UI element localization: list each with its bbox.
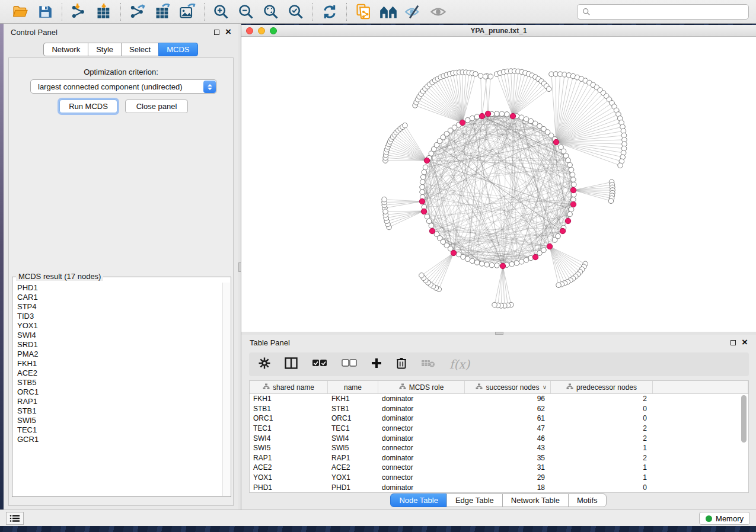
table-row[interactable]: PHD1PHD1dominator 180 — [250, 482, 748, 492]
column-header-shared-name[interactable]: shared name — [250, 381, 328, 393]
float-table-panel-icon[interactable] — [731, 340, 736, 345]
table-row[interactable]: STB1STB1dominator 620 — [250, 404, 748, 414]
control-panel-tabs: NetworkStyleSelectMCDS — [4, 43, 238, 56]
function-builder-button[interactable]: f(x) — [449, 357, 470, 371]
tab-network-table[interactable]: Network Table — [502, 493, 569, 507]
refresh-button[interactable] — [319, 2, 340, 21]
optimization-criterion-select[interactable]: largest connected component (undirected) — [30, 79, 217, 94]
mcds-result-item[interactable]: GCR1 — [17, 435, 221, 444]
tab-node-table[interactable]: Node Table — [390, 493, 447, 507]
zoom-out-button[interactable] — [235, 2, 257, 21]
add-column-button[interactable] — [371, 358, 382, 371]
list-icon — [9, 514, 20, 523]
zoom-fit-button[interactable] — [260, 2, 282, 21]
delete-column-button[interactable] — [396, 357, 407, 371]
mcds-result-item[interactable]: SWI4 — [17, 331, 221, 340]
network-window-titlebar[interactable]: YPA_prune.txt_1 — [241, 25, 756, 37]
float-panel-icon[interactable] — [214, 30, 219, 35]
mcds-result-item[interactable]: YOX1 — [17, 321, 221, 331]
toolbar-group — [206, 2, 311, 21]
tab-edge-table[interactable]: Edge Table — [446, 493, 503, 507]
tab-style[interactable]: Style — [88, 43, 122, 56]
tab-select[interactable]: Select — [121, 43, 159, 56]
table-row[interactable]: SWI5SWI5connector 431 — [250, 443, 748, 453]
run-mcds-button[interactable]: Run MCDS — [59, 100, 117, 113]
tab-motifs[interactable]: Motifs — [568, 493, 607, 507]
mcds-result-item[interactable]: TEC1 — [17, 425, 221, 435]
close-panel-icon[interactable]: × — [225, 29, 231, 35]
node-table[interactable]: shared namenameMCDS rolesuccessor nodes∨… — [249, 380, 749, 493]
mcds-result-item[interactable]: PHD1 — [17, 283, 221, 293]
zoom-selected-button[interactable] — [285, 2, 307, 21]
mcds-result-item[interactable]: STB1 — [17, 406, 221, 416]
gear-icon — [259, 357, 270, 371]
show-all-button[interactable] — [428, 2, 449, 21]
tab-network[interactable]: Network — [43, 43, 88, 56]
mcds-result-item[interactable]: SRD1 — [17, 340, 221, 350]
export-table-button[interactable] — [152, 2, 173, 21]
mcds-result-item[interactable]: TID3 — [17, 312, 221, 321]
split-panel-button[interactable] — [285, 357, 298, 371]
toolbar-separator — [120, 3, 121, 21]
export-image-button[interactable] — [177, 2, 198, 21]
search-input[interactable] — [594, 8, 744, 17]
delete-table-button[interactable] — [421, 358, 435, 370]
column-header-name[interactable]: name — [328, 381, 378, 393]
deselect-all-button[interactable] — [342, 359, 357, 370]
first-neighbors-button[interactable] — [378, 2, 399, 21]
table-scrollbar-thumb[interactable] — [741, 395, 747, 443]
table-scrollbar[interactable] — [741, 395, 747, 491]
mcds-result-item[interactable]: FKH1 — [17, 359, 221, 368]
column-header-MCDS-role[interactable]: MCDS role — [378, 381, 465, 393]
control-panel: Control Panel × NetworkStyleSelectMCDS O… — [4, 24, 238, 509]
mcds-result-scrollbar[interactable] — [222, 283, 230, 496]
table-column-icon — [263, 383, 270, 392]
tab-mcds[interactable]: MCDS — [158, 43, 197, 56]
duplicate-network-button[interactable] — [353, 2, 374, 21]
table-row[interactable]: YOX1YOX1connector 291 — [250, 473, 748, 483]
table-row[interactable]: SWI4SWI4dominator 462 — [250, 433, 748, 443]
mcds-result-item[interactable]: PMA2 — [17, 350, 221, 359]
mcds-result-item[interactable]: SWI5 — [17, 416, 221, 425]
table-toolbar: f(x) — [249, 352, 749, 376]
table-row[interactable]: ACE2ACE2connector 311 — [250, 463, 748, 473]
save-session-button[interactable] — [34, 2, 56, 21]
zoom-fit-icon — [263, 4, 279, 20]
mcds-result-item[interactable]: ACE2 — [17, 368, 221, 378]
table-panel-title: Table Panel — [250, 338, 290, 347]
import-table-button[interactable] — [93, 2, 114, 21]
gear-button[interactable] — [259, 357, 270, 371]
mcds-result-item[interactable]: STB5 — [17, 378, 221, 387]
table-row[interactable]: FKH1FKH1dominator 962 — [250, 394, 748, 404]
open-file-button[interactable] — [9, 2, 31, 21]
table-row[interactable]: ORC1ORC1dominator 610 — [250, 414, 748, 424]
close-panel-button[interactable]: Close panel — [125, 100, 188, 113]
open-file-icon — [12, 4, 28, 20]
mcds-result-list[interactable]: PHD1CAR1STP4TID3YOX1SWI4SRD1PMA2FKH1ACE2… — [14, 283, 221, 495]
mcds-result-item[interactable]: RAP1 — [17, 397, 221, 406]
network-canvas[interactable] — [241, 37, 756, 332]
refresh-icon — [321, 4, 338, 20]
hide-selected-button[interactable] — [403, 2, 424, 21]
mcds-result-item[interactable]: CAR1 — [17, 293, 221, 302]
mcds-result-item[interactable]: STP4 — [17, 302, 221, 312]
column-header-successor-nodes[interactable]: successor nodes∨ — [465, 381, 551, 393]
select-all-button[interactable] — [312, 359, 327, 370]
toolbar-group — [314, 2, 345, 21]
toolbar-group — [348, 2, 454, 21]
close-table-panel-icon[interactable]: × — [742, 339, 748, 345]
column-header-predecessor-nodes[interactable]: predecessor nodes — [551, 381, 653, 393]
search-box[interactable] — [577, 4, 749, 20]
toolbar-separator — [346, 3, 347, 21]
table-row[interactable]: TEC1TEC1connector 472 — [250, 424, 748, 434]
select-all-icon — [312, 359, 327, 370]
export-network-button[interactable] — [127, 2, 148, 21]
deselect-all-icon — [342, 359, 357, 370]
mcds-result-item[interactable]: ORC1 — [17, 387, 221, 397]
export-table-icon — [154, 4, 171, 20]
import-network-button[interactable] — [68, 2, 90, 21]
zoom-in-button[interactable] — [210, 2, 232, 21]
table-row[interactable]: RAP1RAP1dominator 352 — [250, 453, 748, 463]
status-list-button[interactable] — [6, 512, 24, 525]
memory-button[interactable]: Memory — [699, 512, 750, 525]
